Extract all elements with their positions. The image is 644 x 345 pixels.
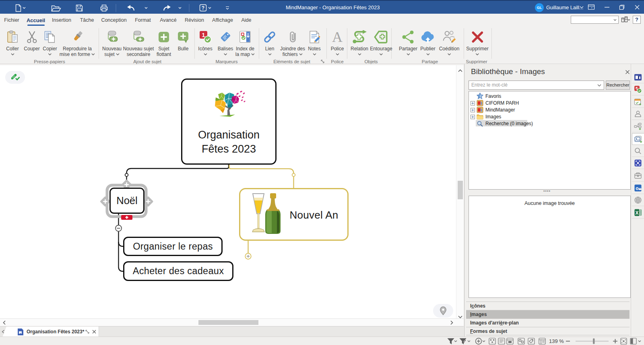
svg-text:o: o [636, 186, 638, 191]
svg-text:1: 1 [202, 32, 205, 38]
svg-text:139 %: 139 % [549, 338, 564, 344]
svg-text:X: X [635, 210, 638, 216]
svg-text:A: A [332, 29, 343, 45]
svg-text:?: ? [202, 5, 204, 11]
